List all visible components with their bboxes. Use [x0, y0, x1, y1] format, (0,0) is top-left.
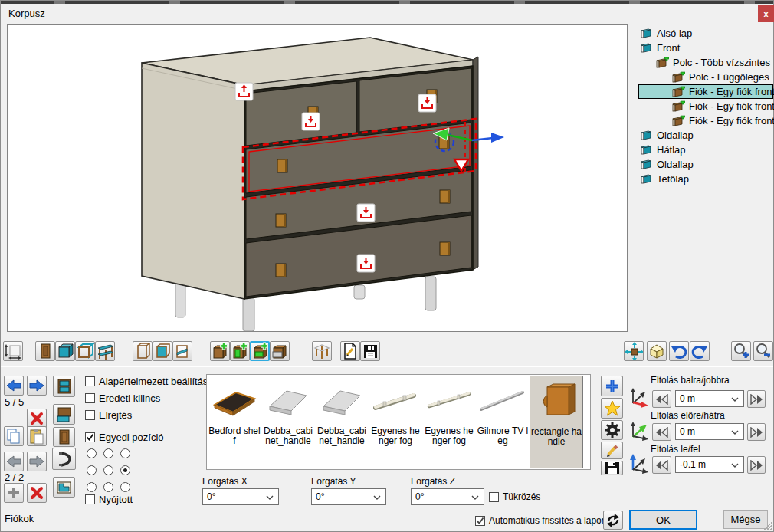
- add-handle-button[interactable]: [4, 483, 24, 503]
- offset-lr-increase-button[interactable]: [747, 390, 766, 408]
- next-component-button[interactable]: [27, 376, 47, 396]
- checkbox-unchecked[interactable]: [85, 494, 95, 504]
- checkbox-unchecked[interactable]: [85, 393, 95, 403]
- position-radio-3-3[interactable]: [120, 482, 130, 492]
- open-drawer-mode-button[interactable]: [53, 404, 75, 425]
- position-radio-2-1[interactable]: [87, 465, 97, 475]
- tree-item[interactable]: Oldallap: [638, 157, 773, 172]
- checkbox-unchecked[interactable]: [489, 492, 499, 502]
- position-radio-3-1[interactable]: [87, 482, 97, 492]
- redo-button[interactable]: [690, 341, 710, 361]
- cabinet-body-button[interactable]: [55, 341, 75, 361]
- custom-position-checkbox[interactable]: Egyedi pozíció: [85, 432, 164, 443]
- carousel-item[interactable]: Egyenes henger fog: [369, 376, 422, 468]
- position-radio-2-3-selected[interactable]: [120, 465, 130, 475]
- offset-ud-decrease-button[interactable]: [652, 456, 671, 474]
- offset-ud-increase-button[interactable]: [747, 456, 766, 474]
- default-setting-checkbox[interactable]: Alapértelmezett beállítás: [85, 376, 208, 387]
- zoom-in-button[interactable]: [731, 341, 751, 361]
- mirror-checkbox[interactable]: Tükrözés: [489, 491, 540, 502]
- hide-checkbox[interactable]: Elrejtés: [85, 409, 132, 421]
- tree-item[interactable]: Fiók - Egy fiók fronttal: [638, 99, 773, 113]
- auto-update-checkbox[interactable]: Automatikus frissítés a lapon: [475, 515, 606, 526]
- add-corpus-button[interactable]: [210, 341, 230, 361]
- undo-button[interactable]: [669, 341, 689, 361]
- offset-ud-select[interactable]: -0.1 m: [675, 456, 744, 473]
- checkbox-checked[interactable]: [85, 432, 95, 442]
- checkbox-unchecked[interactable]: [85, 376, 95, 386]
- offset-fb-decrease-button[interactable]: [652, 423, 671, 441]
- favorites-button[interactable]: [601, 398, 623, 419]
- corner-unit-mode-button[interactable]: [53, 477, 75, 498]
- position-radio-2-2[interactable]: [103, 465, 113, 475]
- resize-grip[interactable]: [764, 522, 772, 530]
- offset-lr-decrease-button[interactable]: [652, 390, 671, 408]
- table-legs-button[interactable]: [312, 341, 332, 361]
- tall-frame-button[interactable]: [133, 341, 153, 361]
- move-object-button[interactable]: [624, 341, 644, 361]
- cabinet-frame-button[interactable]: [75, 341, 95, 361]
- ok-button[interactable]: OK: [629, 510, 697, 530]
- paste-button[interactable]: [27, 426, 47, 446]
- tree-item[interactable]: Front: [638, 41, 773, 55]
- original-handle-checkbox[interactable]: Eredeti kilincs: [85, 392, 160, 404]
- insert-down-icon[interactable]: [357, 204, 375, 222]
- carousel-item-selected[interactable]: rectangle handle: [530, 376, 583, 468]
- stretched-checkbox[interactable]: Nyújtott: [85, 494, 133, 505]
- tree-item[interactable]: Alsó lap: [638, 26, 773, 41]
- refresh-button[interactable]: [603, 511, 623, 530]
- handle-mode-button-selected[interactable]: [52, 448, 76, 470]
- edit-item-button[interactable]: [340, 341, 360, 361]
- open-drawer-button[interactable]: [270, 341, 290, 361]
- cancel-button[interactable]: Mégse: [723, 510, 768, 529]
- carousel-item[interactable]: Bedford shelf: [208, 376, 261, 468]
- rotation-x-select[interactable]: 0°: [202, 488, 279, 505]
- tree-item-selected[interactable]: Fiók - Egy fiók fronttal: [638, 84, 773, 99]
- cabinet-shelf-button[interactable]: [172, 341, 192, 361]
- position-radio-1-1[interactable]: [87, 448, 97, 458]
- carousel-item[interactable]: Debba_cabinet_handle: [261, 376, 315, 468]
- tree-item[interactable]: Tetőlap: [638, 172, 773, 186]
- next-handle-button[interactable]: [27, 452, 47, 471]
- carousel-item[interactable]: Debba_cabinet_handle: [315, 376, 369, 468]
- tree-item[interactable]: Polc - Több vízszintes: [638, 55, 773, 70]
- box-3d-button[interactable]: [647, 341, 667, 361]
- insert-down-icon[interactable]: [418, 94, 436, 112]
- carousel-item[interactable]: Egyenes henger fog: [422, 376, 476, 468]
- tree-item[interactable]: Polc - Függőleges: [638, 70, 773, 84]
- offset-lr-select[interactable]: 0 m: [675, 390, 744, 407]
- cabinet-dimensions-button[interactable]: [3, 341, 23, 361]
- save-component-button[interactable]: [601, 461, 623, 475]
- cabinet-front-button[interactable]: [153, 341, 172, 361]
- save-item-button[interactable]: [360, 341, 380, 361]
- zoom-out-button[interactable]: [753, 341, 773, 361]
- copy-button[interactable]: [4, 426, 24, 446]
- insert-down-icon[interactable]: [302, 113, 320, 130]
- shelf-unit-button[interactable]: [95, 341, 115, 361]
- position-radio-1-3[interactable]: [120, 448, 130, 458]
- carousel-item[interactable]: Gilmore TV leg: [476, 376, 530, 468]
- edit-component-button[interactable]: [601, 442, 623, 459]
- prev-component-button[interactable]: [4, 376, 24, 396]
- front-mode-button[interactable]: [53, 427, 75, 447]
- rotation-z-select[interactable]: 0°: [411, 488, 484, 505]
- front-panel-button[interactable]: [35, 341, 55, 361]
- extract-up-icon[interactable]: [235, 83, 253, 100]
- offset-fb-select[interactable]: 0 m: [675, 423, 744, 440]
- checkbox-unchecked[interactable]: [85, 410, 95, 420]
- add-door-button[interactable]: [230, 341, 250, 361]
- add-component-button[interactable]: [601, 376, 623, 396]
- tree-item[interactable]: Hátlap: [638, 143, 773, 157]
- offset-fb-increase-button[interactable]: [747, 423, 766, 441]
- position-radio-3-2[interactable]: [103, 482, 113, 492]
- close-button[interactable]: x: [758, 5, 774, 22]
- position-radio-1-2[interactable]: [103, 448, 113, 458]
- rotation-y-select[interactable]: 0°: [311, 488, 386, 505]
- insert-down-icon[interactable]: [357, 255, 375, 272]
- drawer-stack-mode-button[interactable]: [53, 376, 75, 397]
- delete-handle-button[interactable]: [27, 483, 47, 503]
- tree-item[interactable]: Oldallap: [638, 128, 773, 143]
- tree-item[interactable]: Fiók - Egy fiók fronttal: [638, 113, 773, 128]
- add-drawer-button-selected[interactable]: [250, 341, 270, 361]
- settings-button[interactable]: [601, 420, 623, 440]
